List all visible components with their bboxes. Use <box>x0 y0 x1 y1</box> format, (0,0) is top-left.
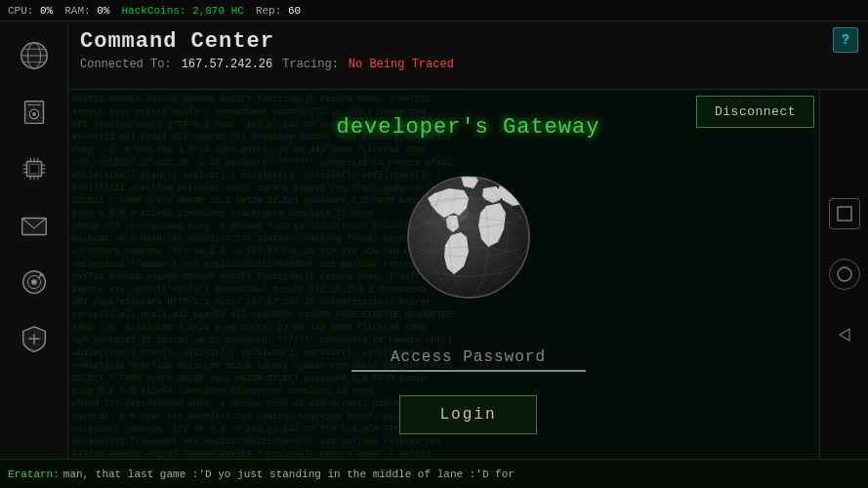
main-header: Command Center Connected To: 167.57.242.… <box>68 21 868 90</box>
gateway-title: developer's Gateway <box>337 115 600 140</box>
svg-rect-10 <box>29 164 38 173</box>
login-button[interactable]: Login <box>399 395 536 434</box>
sidebar <box>0 21 68 459</box>
svg-point-40 <box>439 203 469 223</box>
rep-status: Rep: 60 <box>256 5 301 17</box>
content-area: developer's Gateway <box>117 90 819 459</box>
chat-message: man, that last game :'D yo just standing… <box>63 468 515 480</box>
help-button[interactable]: ? <box>833 27 858 53</box>
sidebar-item-network[interactable] <box>8 29 61 82</box>
svg-point-7 <box>32 112 36 116</box>
sidebar-item-files[interactable] <box>8 86 61 139</box>
svg-rect-41 <box>838 207 851 221</box>
square-button[interactable] <box>829 198 860 229</box>
sidebar-item-missions[interactable] <box>8 256 61 308</box>
globe-graphic <box>391 159 547 315</box>
chat-username: Eratarn: <box>8 468 60 480</box>
back-button[interactable] <box>829 319 860 350</box>
circle-button[interactable] <box>829 259 860 290</box>
sidebar-item-cpu[interactable] <box>8 142 61 195</box>
sidebar-item-defense[interactable] <box>8 312 61 365</box>
sidebar-item-mail[interactable] <box>8 199 61 252</box>
svg-marker-43 <box>840 329 849 341</box>
svg-point-26 <box>31 279 37 285</box>
svg-point-42 <box>838 267 851 281</box>
cpu-status: CPU: 0% <box>8 5 53 17</box>
access-password-input[interactable] <box>351 345 586 372</box>
status-bar: CPU: 0% RAM: 0% HackCoins: 2,870 HC Rep:… <box>0 0 868 21</box>
connection-info: Connected To: 167.57.242.26 Tracing: No … <box>80 58 856 71</box>
ram-status: RAM: 0% <box>64 5 109 17</box>
chat-bar: Eratarn: man, that last game :'D yo just… <box>0 459 868 488</box>
right-controls <box>819 90 868 459</box>
panel-title: Command Center <box>80 29 856 54</box>
hackcoins-status: HackCoins: 2,870 HC <box>121 5 243 17</box>
disconnect-button[interactable]: Disconnect <box>696 96 814 128</box>
